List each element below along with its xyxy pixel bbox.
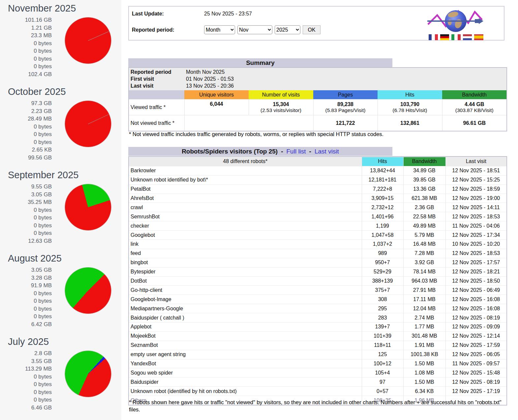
- full-list-link[interactable]: Full list: [286, 148, 306, 155]
- awstats-logo: [427, 8, 483, 40]
- pie-slice-line: [88, 114, 109, 124]
- value-line: 97.3 GB: [0, 99, 52, 107]
- month-title: October 2025: [8, 86, 121, 97]
- summary-note: * Not viewed traffic includes traffic ge…: [129, 130, 507, 138]
- italy-flag-icon[interactable]: [451, 34, 461, 40]
- value-line: 0 bytes: [0, 214, 52, 222]
- robots-table: 48 different robots* Hits Bandwidth Last…: [128, 156, 507, 406]
- robot-row: Barkrowler13,842+4434.89 GB12 Nov 2025 -…: [129, 166, 506, 175]
- value-line: 2.23 GB: [0, 107, 52, 115]
- robot-row: crawl2,732+122.36 GB12 Nov 2025 - 14:11: [129, 203, 506, 212]
- robot-row: SemrushBot1,401+9622.58 MB12 Nov 2025 - …: [129, 212, 506, 221]
- spain-flag-icon[interactable]: [474, 34, 483, 40]
- robot-row: Sogou web spider105+41.08 MB12 Nov 2025 …: [129, 368, 506, 378]
- value-line: 99.56 GB: [0, 154, 52, 162]
- month-summary: August 20253.05 GB3.28 GB91.9 MB0 bytes0…: [0, 253, 121, 336]
- value-line: 0 bytes: [0, 47, 52, 55]
- value-line: 0 bytes: [0, 313, 52, 321]
- value-line: 0 bytes: [0, 222, 52, 230]
- robot-row: feed9897.28 MB12 Nov 2025 - 18:53: [129, 249, 506, 258]
- value-line: 0 bytes: [0, 380, 52, 388]
- header-box: Last Update: 25 Nov 2025 - 23:57 Reporte…: [128, 6, 504, 41]
- robot-row: Bytespider529+2978.14 MB12 Nov 2025 - 18…: [129, 267, 506, 276]
- value-line: 0 bytes: [0, 55, 52, 63]
- value-line: 28.49 MB: [0, 115, 52, 123]
- robot-row: empty user agent string1251001.38 KB12 N…: [129, 350, 506, 359]
- ok-button[interactable]: OK: [303, 25, 320, 34]
- robot-row: Unknown robot identified by bot\*12,181+…: [129, 175, 506, 184]
- robot-row: SeznamBot118+111.91 MB12 Nov 2025 - 17:5…: [129, 341, 506, 350]
- month-summary: September 20259.55 GB3.05 GB35.25 MB0 by…: [0, 169, 121, 253]
- month-summary: November 2025101.16 GB1.21 GB23.3 MB0 by…: [0, 3, 121, 86]
- summary-info-block: Reported periodMonth Nov 2025 First visi…: [129, 68, 506, 90]
- summary-header-row: Unique visitors Number of visits Pages H…: [129, 90, 506, 99]
- last-update-label: Last Update:: [132, 11, 164, 17]
- info-row: First visit01 Nov 2025 - 01:53: [131, 75, 506, 82]
- value-line: 9.55 GB: [0, 183, 52, 191]
- period-type-select[interactable]: Month: [204, 25, 235, 34]
- month-title: July 2025: [8, 336, 121, 347]
- value-line: 23.3 MB: [0, 32, 52, 40]
- month-summary: July 20252.8 GB3.55 GB113.29 MB0 bytes0 …: [0, 336, 121, 419]
- robot-row: Googlebot-Image30817.11 MB12 Nov 2025 - …: [129, 295, 506, 304]
- value-line: 91.9 MB: [0, 282, 52, 290]
- month-title: August 2025: [8, 253, 121, 264]
- robot-row: bingbot950+73.92 GB12 Nov 2025 - 17:57: [129, 258, 506, 267]
- period-month-select[interactable]: Nov: [237, 25, 272, 34]
- robot-row: Unknown robot (identified by hit on robo…: [129, 387, 506, 396]
- col-number-of-visits: Number of visits: [249, 90, 313, 99]
- robot-row: DotBot388+139964.03 MB12 Nov 2025 - 18:5…: [129, 276, 506, 286]
- value-line: 0 bytes: [0, 138, 52, 146]
- value-line: 3.28 GB: [0, 274, 52, 282]
- month-values: 101.16 GB1.21 GB23.3 MB0 bytes0 bytes0 b…: [0, 16, 52, 78]
- reported-period-label: Reported period:: [132, 27, 174, 33]
- value-line: 1.21 GB: [0, 24, 52, 32]
- value-line: 0 bytes: [0, 130, 52, 138]
- value-line: 0 bytes: [0, 388, 52, 396]
- globe-logo-icon: [427, 8, 483, 32]
- traffic-pie-chart: [65, 351, 111, 397]
- value-line: 0 bytes: [0, 305, 52, 313]
- robot-row: YandexBot100+121.50 MB11 Nov 2025 - 09:5…: [129, 359, 506, 368]
- robot-row: MojeekBot101+39301.48 MB12 Nov 2025 - 12…: [129, 331, 506, 341]
- month-title: September 2025: [8, 169, 121, 181]
- month-values: 97.3 GB2.23 GB28.49 MB0 bytes0 bytes0 by…: [0, 99, 52, 161]
- value-line: 0 bytes: [0, 123, 52, 131]
- value-line: 0 bytes: [0, 206, 52, 214]
- robot-row: Mediapartners-Google29512.04 MB12 Nov 20…: [129, 304, 506, 313]
- robots-note: * Robots shown here gave hits or traffic…: [129, 399, 507, 413]
- netherlands-flag-icon[interactable]: [463, 34, 472, 40]
- period-year-select[interactable]: 2025: [275, 25, 300, 34]
- robots-bandwidth-header: Bandwidth: [403, 157, 445, 166]
- traffic-pie-chart: [65, 184, 111, 230]
- period-controls: Month Nov 2025 OK: [204, 25, 320, 34]
- germany-flag-icon[interactable]: [440, 34, 449, 40]
- pie-slice-line: [88, 31, 109, 41]
- robot-row: AhrefsBot3,909+15621.38 MB12 Nov 2025 - …: [129, 194, 506, 203]
- last-update-value: 25 Nov 2025 - 23:57: [204, 11, 252, 17]
- value-line: 0 bytes: [0, 373, 52, 381]
- value-line: 101.16 GB: [0, 16, 52, 24]
- value-line: 0 bytes: [0, 63, 52, 70]
- last-visit-link[interactable]: Last visit: [315, 148, 339, 155]
- not-viewed-traffic-row: Not viewed traffic * 121,722 132,861 96.…: [129, 115, 506, 131]
- value-line: 2.8 GB: [0, 350, 52, 357]
- month-values: 2.8 GB3.55 GB113.29 MB0 bytes0 bytes0 by…: [0, 350, 52, 411]
- summary-title-bar: Summary: [128, 58, 392, 67]
- value-line: 113.29 MB: [0, 365, 52, 373]
- col-unique-visitors: Unique visitors: [184, 90, 249, 99]
- value-line: 0 bytes: [0, 297, 52, 305]
- col-pages: Pages: [313, 90, 378, 99]
- value-line: 35.25 MB: [0, 198, 52, 206]
- france-flag-icon[interactable]: [429, 34, 438, 40]
- month-title: November 2025: [8, 3, 121, 14]
- traffic-pie-chart: [65, 267, 111, 314]
- viewed-traffic-row: Viewed traffic * 6,044 15,304(2.53 visit…: [129, 99, 506, 115]
- month-summary: October 202597.3 GB2.23 GB28.49 MB0 byte…: [0, 86, 121, 169]
- summary-table: Reported periodMonth Nov 2025 First visi…: [128, 67, 507, 131]
- robot-row: Googlebot1,047+585.79 MB12 Nov 2025 - 17…: [129, 231, 506, 240]
- info-row: Last visit13 Nov 2025 - 20:36: [131, 82, 506, 89]
- month-values: 3.05 GB3.28 GB91.9 MB0 bytes0 bytes0 byt…: [0, 266, 52, 328]
- col-bandwidth: Bandwidth: [442, 90, 506, 99]
- robot-row: PetalBot7,222+813.36 GB12 Nov 2025 - 18:…: [129, 184, 506, 194]
